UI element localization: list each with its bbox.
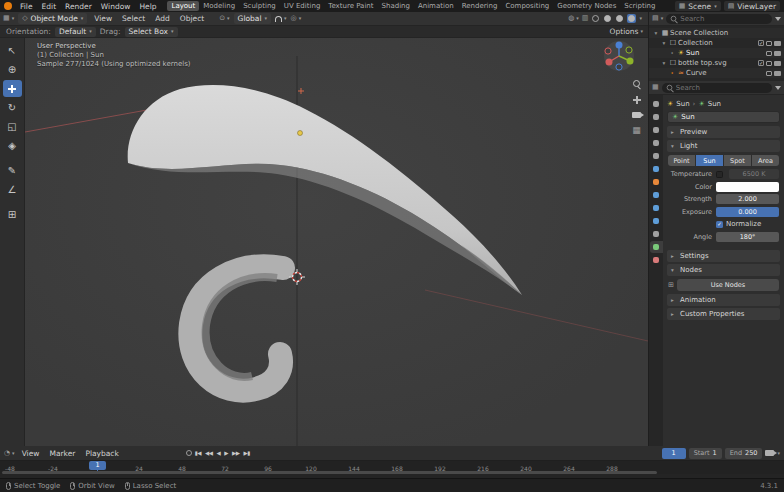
orientation-setting-dropdown[interactable]: Default ▾: [55, 27, 96, 37]
workspace-tab-modeling[interactable]: Modeling: [199, 1, 239, 11]
disable-render-icon[interactable]: [774, 41, 781, 46]
playhead[interactable]: 1: [89, 461, 106, 470]
move-view-icon[interactable]: [633, 96, 641, 104]
outliner-row-curve[interactable]: • ≈ Curve: [649, 68, 784, 78]
temperature-checkbox[interactable]: [716, 171, 723, 178]
proportional-editing-button[interactable]: ◎ ▾: [291, 15, 302, 22]
color-swatch[interactable]: [716, 182, 779, 192]
workspace-tab-animation[interactable]: Animation: [414, 1, 458, 11]
breadcrumb-data[interactable]: Sun: [708, 100, 721, 108]
outliner-editor-type-button[interactable]: ▤ ▾: [652, 15, 663, 22]
workspace-tab-sculpting[interactable]: Sculpting: [239, 1, 280, 11]
exclude-checkbox[interactable]: ✓: [758, 60, 764, 66]
scale-tool[interactable]: ◱: [3, 118, 22, 135]
navigation-gizmo[interactable]: [604, 41, 634, 71]
workspace-tab-scripting[interactable]: Scripting: [620, 1, 659, 11]
menu-select[interactable]: Select: [119, 14, 148, 23]
angle-field[interactable]: 180°: [716, 232, 779, 242]
sun-object-origin[interactable]: [298, 131, 303, 136]
transform-orientation-selector[interactable]: Global ▾: [234, 13, 271, 24]
custom-properties-panel-header[interactable]: ▸ Custom Properties: [667, 308, 780, 320]
view-layer-properties-tab[interactable]: [650, 137, 663, 149]
menu-window[interactable]: Window: [97, 2, 135, 11]
blender-logo-icon[interactable]: [4, 2, 12, 10]
light-panel-header[interactable]: ▾ Light: [667, 140, 780, 152]
world-properties-tab[interactable]: [650, 163, 663, 175]
play-reverse-button[interactable]: ◀: [216, 450, 222, 456]
options-button[interactable]: Options ▾: [610, 27, 643, 36]
frame-end-field[interactable]: End 250: [725, 448, 763, 459]
jump-to-start-button[interactable]: ▮◀: [194, 450, 202, 456]
particles-properties-tab[interactable]: [650, 202, 663, 214]
properties-search-input[interactable]: [676, 84, 768, 92]
gizmo-y-neg[interactable]: [626, 47, 632, 53]
gizmo-x-neg[interactable]: [605, 48, 611, 54]
gizmo-x-axis[interactable]: [606, 59, 613, 66]
camera-toggle-icon[interactable]: [765, 450, 774, 456]
expand-icon[interactable]: ▾: [660, 40, 668, 46]
timeline-scrollbar[interactable]: [2, 471, 657, 474]
snapping-button[interactable]: ▾: [275, 16, 287, 22]
physics-properties-tab[interactable]: [650, 215, 663, 227]
select-box-tool[interactable]: ↖: [3, 42, 22, 59]
menu-file[interactable]: File: [16, 2, 37, 11]
timeline-menu-view[interactable]: View: [19, 449, 43, 458]
annotate-tool[interactable]: ✎: [3, 162, 22, 179]
disable-render-icon[interactable]: [774, 61, 781, 66]
shading-wireframe-button[interactable]: [591, 14, 600, 23]
gizmo-z-neg[interactable]: [616, 64, 622, 70]
shading-material-button[interactable]: [615, 14, 624, 23]
workspace-tab-layout[interactable]: Layout: [167, 1, 199, 11]
strength-field[interactable]: 2.000: [716, 194, 779, 204]
object-data-properties-tab[interactable]: [650, 241, 663, 253]
light-type-point[interactable]: Point: [668, 155, 695, 166]
prev-keyframe-button[interactable]: ◀◀: [204, 450, 213, 456]
3d-viewport[interactable]: User Perspective (1) Collection | Sun Sa…: [25, 38, 648, 446]
scene-properties-tab[interactable]: [650, 150, 663, 162]
menu-help[interactable]: Help: [135, 2, 160, 11]
datablock-name-field[interactable]: ☀ Sun: [667, 111, 780, 123]
current-frame-field[interactable]: 1: [662, 448, 686, 459]
normalize-checkbox[interactable]: ✓: [716, 221, 723, 228]
temperature-field[interactable]: 6500 K: [729, 169, 779, 179]
outliner-row-bottle-top-svg[interactable]: ▾ ☐ bottle top.svg ✓: [649, 58, 784, 68]
hide-viewport-icon[interactable]: [766, 51, 772, 56]
render-properties-tab[interactable]: [650, 111, 663, 123]
scene-selector[interactable]: ▦ Scene ▾: [675, 1, 721, 11]
workspace-tab-geometry-nodes[interactable]: Geometry Nodes: [553, 1, 620, 11]
light-type-spot[interactable]: Spot: [724, 155, 751, 166]
exposure-field[interactable]: 0.000: [716, 207, 779, 217]
editor-type-button[interactable]: ▦ ▾: [3, 15, 14, 22]
use-nodes-button[interactable]: Use Nodes: [677, 279, 779, 291]
xray-toggle-icon[interactable]: ▥: [582, 15, 589, 22]
rotate-tool[interactable]: ↻: [3, 99, 22, 116]
tool-properties-tab[interactable]: [650, 98, 663, 110]
disable-render-icon[interactable]: [774, 71, 781, 76]
menu-add[interactable]: Add: [152, 14, 173, 23]
hide-viewport-icon[interactable]: [766, 71, 772, 76]
animation-panel-header[interactable]: ▸ Animation: [667, 294, 780, 306]
light-type-area[interactable]: Area: [752, 155, 779, 166]
workspace-tab-shading[interactable]: Shading: [378, 1, 414, 11]
workspace-tab-rendering[interactable]: Rendering: [458, 1, 502, 11]
timeline-ruler[interactable]: -48 -24 24 48 72 96 120 144 168 192 216 …: [0, 461, 784, 474]
menu-render[interactable]: Render: [61, 2, 96, 11]
gizmo-y-axis[interactable]: [627, 58, 634, 65]
filter-icon[interactable]: [775, 17, 781, 21]
timeline-menu-marker[interactable]: Marker: [46, 449, 78, 458]
mode-selector[interactable]: ◇ Object Mode ▾: [18, 13, 87, 24]
curl-object[interactable]: [190, 266, 283, 390]
breadcrumb-object[interactable]: Sun: [676, 100, 689, 108]
properties-editor-icon[interactable]: ▦: [652, 84, 659, 91]
play-button[interactable]: ▶: [223, 450, 229, 456]
expand-icon[interactable]: ▾: [652, 30, 660, 36]
expand-icon[interactable]: ▾: [660, 60, 668, 66]
move-tool[interactable]: [3, 80, 22, 97]
object-properties-tab[interactable]: [650, 176, 663, 188]
transform-tool[interactable]: ◈: [3, 137, 22, 154]
shading-solid-button[interactable]: [603, 14, 612, 23]
properties-search[interactable]: [662, 83, 772, 93]
gizmo-z-axis[interactable]: [616, 42, 623, 49]
hide-viewport-icon[interactable]: [766, 61, 772, 66]
disable-render-icon[interactable]: [774, 51, 781, 56]
